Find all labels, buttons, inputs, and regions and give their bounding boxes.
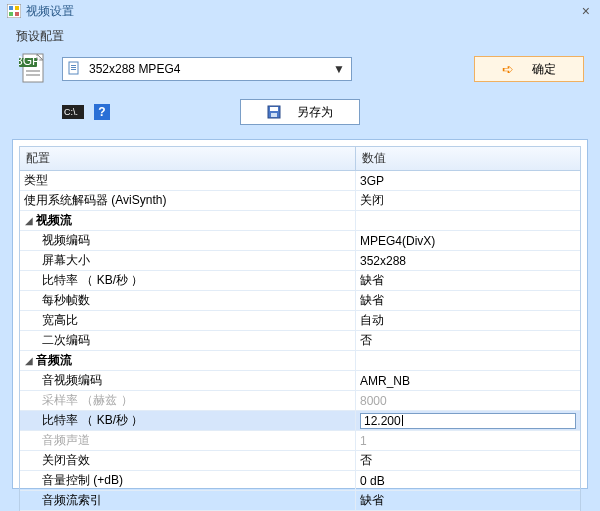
- value-cell[interactable]: MPEG4(DivX): [356, 231, 580, 250]
- config-cell: 音视频编码: [20, 371, 356, 390]
- table-row[interactable]: 屏幕大小352x288: [20, 251, 580, 271]
- ok-button[interactable]: ➪ 确定: [474, 56, 584, 82]
- config-cell: 二次编码: [20, 331, 356, 350]
- config-cell: ◢视频流: [20, 211, 356, 230]
- value-cell[interactable]: 3GP: [356, 171, 580, 190]
- svg-rect-2: [15, 6, 19, 10]
- table-row[interactable]: 使用系统解码器 (AviSynth)关闭: [20, 191, 580, 211]
- config-cell: 音量控制 (+dB): [20, 471, 356, 490]
- config-cell: 屏幕大小: [20, 251, 356, 270]
- config-cell: 采样率 （赫兹 ）: [20, 391, 356, 410]
- column-header-config[interactable]: 配置: [20, 147, 356, 170]
- svg-rect-14: [71, 69, 76, 70]
- svg-rect-17: [271, 113, 277, 117]
- arrow-right-icon: ➪: [502, 61, 514, 77]
- table-row[interactable]: 二次编码否: [20, 331, 580, 351]
- value-cell[interactable]: 关闭: [356, 191, 580, 210]
- table-row[interactable]: ◢音频流: [20, 351, 580, 371]
- value-cell[interactable]: 否: [356, 451, 580, 470]
- svg-rect-13: [71, 67, 76, 68]
- table-row[interactable]: 音频流索引缺省: [20, 491, 580, 511]
- config-cell: 类型: [20, 171, 356, 190]
- save-as-label: 另存为: [297, 104, 333, 121]
- document-icon: [67, 61, 83, 77]
- config-cell: 比特率 （ KB/秒 ）: [20, 271, 356, 290]
- column-header-value[interactable]: 数值: [356, 147, 580, 170]
- svg-rect-9: [26, 70, 40, 72]
- value-input[interactable]: 12.200: [360, 413, 576, 429]
- table-row[interactable]: 比特率 （ KB/秒 ）12.200: [20, 411, 580, 431]
- preset-selected-text: 352x288 MPEG4: [89, 62, 331, 76]
- value-cell[interactable]: 缺省: [356, 271, 580, 290]
- value-cell[interactable]: 缺省: [356, 291, 580, 310]
- config-cell: 音频流索引: [20, 491, 356, 510]
- app-icon: [6, 3, 22, 19]
- svg-rect-4: [15, 12, 19, 16]
- save-as-button[interactable]: 另存为: [240, 99, 360, 125]
- window-title: 视频设置: [26, 3, 74, 20]
- help-icon[interactable]: ?: [94, 104, 110, 120]
- config-cell: 使用系统解码器 (AviSynth): [20, 191, 356, 210]
- table-row[interactable]: 音视频编码AMR_NB: [20, 371, 580, 391]
- config-cell: 比特率 （ KB/秒 ）: [20, 411, 356, 430]
- close-button[interactable]: ×: [578, 3, 594, 19]
- svg-rect-16: [270, 107, 278, 111]
- config-cell: 宽高比: [20, 311, 356, 330]
- preset-select[interactable]: 352x288 MPEG4 ▼: [62, 57, 352, 81]
- value-cell[interactable]: 8000: [356, 391, 580, 410]
- value-cell: [356, 351, 580, 370]
- table-row[interactable]: ◢视频流: [20, 211, 580, 231]
- value-cell[interactable]: 12.200: [356, 411, 580, 430]
- svg-rect-12: [71, 65, 76, 66]
- expand-icon[interactable]: ◢: [24, 215, 34, 226]
- svg-rect-1: [9, 6, 13, 10]
- value-cell[interactable]: 352x288: [356, 251, 580, 270]
- config-cell: 每秒帧数: [20, 291, 356, 310]
- table-row[interactable]: 视频编码MPEG4(DivX): [20, 231, 580, 251]
- value-cell[interactable]: 0 dB: [356, 471, 580, 490]
- svg-rect-10: [26, 74, 40, 76]
- table-row[interactable]: 音量控制 (+dB)0 dB: [20, 471, 580, 491]
- ok-button-label: 确定: [532, 61, 556, 78]
- table-row[interactable]: 每秒帧数缺省: [20, 291, 580, 311]
- chevron-down-icon: ▼: [331, 62, 347, 76]
- config-cell: ◢音频流: [20, 351, 356, 370]
- table-row[interactable]: 类型3GP: [20, 171, 580, 191]
- value-cell[interactable]: 1: [356, 431, 580, 450]
- settings-panel: 配置 数值 类型3GP使用系统解码器 (AviSynth)关闭◢视频流视频编码M…: [12, 139, 588, 489]
- value-cell: [356, 211, 580, 230]
- settings-grid: 配置 数值 类型3GP使用系统解码器 (AviSynth)关闭◢视频流视频编码M…: [19, 146, 581, 511]
- preset-file-icon: 3GP: [16, 51, 52, 87]
- value-cell[interactable]: 自动: [356, 311, 580, 330]
- table-row[interactable]: 宽高比自动: [20, 311, 580, 331]
- presets-label: 预设配置: [0, 22, 600, 47]
- svg-rect-3: [9, 12, 13, 16]
- table-row[interactable]: 采样率 （赫兹 ）8000: [20, 391, 580, 411]
- expand-icon[interactable]: ◢: [24, 355, 34, 366]
- svg-text:3GP: 3GP: [19, 54, 40, 68]
- table-row[interactable]: 比特率 （ KB/秒 ）缺省: [20, 271, 580, 291]
- value-cell[interactable]: 否: [356, 331, 580, 350]
- value-cell[interactable]: 缺省: [356, 491, 580, 510]
- value-cell[interactable]: AMR_NB: [356, 371, 580, 390]
- config-cell: 音频声道: [20, 431, 356, 450]
- config-cell: 关闭音效: [20, 451, 356, 470]
- table-row[interactable]: 关闭音效否: [20, 451, 580, 471]
- disk-icon: [267, 105, 281, 119]
- config-cell: 视频编码: [20, 231, 356, 250]
- table-row[interactable]: 音频声道1: [20, 431, 580, 451]
- console-icon[interactable]: C:\.: [62, 105, 84, 119]
